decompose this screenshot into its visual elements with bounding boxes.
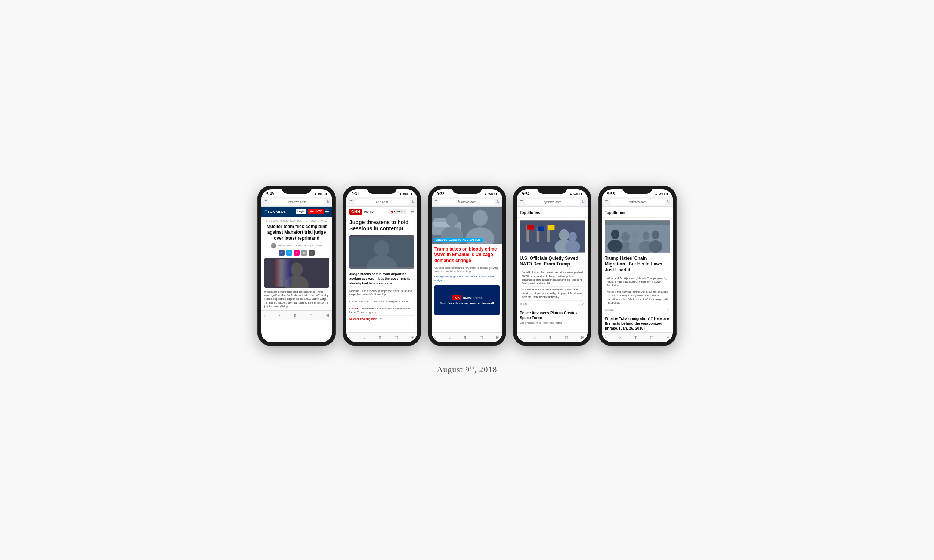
tabs-icon-5[interactable]: ⊞ bbox=[666, 335, 670, 340]
tabs-icon[interactable]: ⊞ bbox=[325, 313, 329, 318]
bookmarks-icon-2[interactable]: □ bbox=[395, 335, 398, 340]
menu-icon-1[interactable]: ☰ bbox=[264, 200, 268, 204]
signal-icon-3: ▲ bbox=[484, 192, 487, 195]
menu-icon-4[interactable]: ☰ bbox=[520, 200, 523, 204]
bookmarks-icon-5[interactable]: □ bbox=[650, 335, 653, 340]
facebook-icon[interactable]: f bbox=[279, 250, 285, 256]
url-2[interactable]: cnn.com bbox=[354, 199, 410, 205]
cnn-sub1[interactable]: Judge blocks admin from deporting asylum… bbox=[349, 272, 414, 286]
cnn-sub5[interactable]: Mueller Investigation ▼ bbox=[349, 316, 414, 323]
cnn-home-link[interactable]: Home bbox=[364, 210, 374, 214]
nyt-body-5: Trump Hates 'Chain Migration.' But His I… bbox=[602, 218, 673, 332]
share-icon-3[interactable]: ⬆ bbox=[463, 335, 467, 340]
share-icon-nav-5[interactable]: ⬆ bbox=[633, 335, 637, 340]
share-icon-2[interactable]: ⬆ bbox=[378, 335, 382, 340]
nyt-meta-4: 4h ago ↗ bbox=[520, 302, 585, 306]
tabs-icon-3[interactable]: ⊞ bbox=[496, 335, 499, 340]
nyt-header-4: Top Stories bbox=[517, 207, 588, 218]
signal-icon-5: ▲ bbox=[655, 192, 658, 195]
fox2-advertisement[interactable]: FOX NEWS channel Your favorite shows, no… bbox=[435, 285, 499, 315]
svg-point-13 bbox=[446, 213, 458, 227]
fox2-badge: 'ABSOLUTE AND TOTAL DISASTER' bbox=[434, 238, 483, 242]
nyt-headline-5[interactable]: Trump Hates 'Chain Migration.' But His I… bbox=[605, 256, 670, 273]
svg-point-38 bbox=[611, 229, 619, 239]
wifi-icon-4: WiFi bbox=[573, 192, 580, 195]
reload-icon-2[interactable]: ↻ bbox=[412, 200, 414, 204]
cnn-sub3[interactable]: Cuomo calls out Trump's anti-immigrant s… bbox=[349, 298, 414, 305]
nyt-headline-4[interactable]: U.S. Officials Quietly Saved NATO Deal F… bbox=[520, 256, 585, 267]
back-icon[interactable]: ‹ bbox=[264, 313, 266, 318]
nyt-sub-headline-5[interactable]: What is "chain migration"? Here are the … bbox=[605, 316, 670, 331]
fox-article-text: Prosecutors in the federal court case ag… bbox=[264, 290, 329, 308]
menu-icon-3[interactable]: ☰ bbox=[435, 200, 438, 204]
nyt-sub-headline-4[interactable]: Pence Advances Plan to Create a Space Fo… bbox=[520, 311, 585, 320]
status-icons-5: ▲ WiFi ▮ bbox=[655, 192, 667, 195]
bookmarks-icon[interactable]: □ bbox=[310, 313, 312, 318]
twitter-icon[interactable]: t bbox=[286, 250, 292, 256]
fox-header: F FOX NEWS Login Watch TV ☰ bbox=[261, 207, 332, 217]
flipboard-icon[interactable]: f bbox=[294, 250, 300, 256]
svg-rect-3 bbox=[274, 259, 291, 286]
time-5: 9:55 bbox=[607, 192, 615, 196]
browser-bar-4[interactable]: ☰ nytimes.com ↻ bbox=[517, 197, 588, 207]
battery-icon: ▮ bbox=[325, 192, 327, 195]
forward-icon-2[interactable]: › bbox=[364, 335, 365, 340]
back-icon-2[interactable]: ‹ bbox=[349, 335, 351, 340]
reload-icon-4[interactable]: ↻ bbox=[582, 200, 585, 204]
email-icon[interactable]: @ bbox=[301, 250, 307, 256]
fox-menu-icon[interactable]: ☰ bbox=[325, 209, 329, 214]
browser-bar-5[interactable]: ☰ nytimes.com ↻ bbox=[602, 197, 673, 207]
bookmarks-icon-4[interactable]: □ bbox=[565, 335, 568, 340]
cnn-headline[interactable]: Judge threatens to hold Sessions in cont… bbox=[349, 219, 414, 232]
menu-icon-5[interactable]: ☰ bbox=[605, 200, 608, 204]
fox-watch-button[interactable]: Watch TV bbox=[308, 209, 324, 214]
share-icon-nav-4[interactable]: ⬆ bbox=[549, 335, 552, 340]
url-1[interactable]: foxnews.com bbox=[269, 199, 325, 205]
fox-ad-logo: FOX bbox=[452, 295, 461, 300]
url-3[interactable]: foxnews.com bbox=[439, 199, 495, 205]
reload-icon-1[interactable]: ↻ bbox=[326, 200, 329, 204]
url-5[interactable]: nytimes.com bbox=[610, 199, 665, 205]
phone-5: 9:55 ▲ WiFi ▮ ☰ nytimes.com ↻ Top Storie… bbox=[598, 186, 677, 346]
nyt-bullet-5-2: Asked if the Knavses, formerly of Sloven… bbox=[605, 289, 670, 306]
battery-icon-4: ▮ bbox=[581, 192, 583, 195]
forward-icon-3[interactable]: › bbox=[449, 335, 450, 340]
browser-bar-3[interactable]: ☰ foxnews.com ↻ bbox=[432, 197, 502, 207]
forward-icon-4[interactable]: › bbox=[534, 335, 536, 340]
menu-icon-2[interactable]: ☰ bbox=[349, 200, 353, 204]
fox-headline[interactable]: Mueller team files complaint against Man… bbox=[264, 224, 329, 242]
share-icon-4[interactable]: ↗ bbox=[582, 302, 585, 306]
svg-point-32 bbox=[632, 230, 639, 239]
browser-bar-2[interactable]: ☰ cnn.com ↻ bbox=[346, 197, 417, 207]
notch-2 bbox=[367, 186, 397, 194]
fox2-headline[interactable]: Trump takes on bloody crime wave in Eman… bbox=[435, 246, 499, 264]
fox-login-button[interactable]: Login bbox=[296, 209, 306, 214]
fox2-sublink1[interactable]: Chicago shootings spark calls for Rahm E… bbox=[435, 275, 499, 282]
tabs-icon-2[interactable]: ⊞ bbox=[411, 335, 414, 340]
url-4[interactable]: nytimes.com bbox=[524, 199, 580, 205]
share-icon-5[interactable]: ↗ bbox=[667, 308, 670, 311]
cnn-sub4[interactable]: Opinion: Guatemala's corruption should b… bbox=[349, 305, 414, 316]
print-icon[interactable]: p bbox=[308, 250, 314, 256]
browser-bar-1[interactable]: ☰ foxnews.com ↻ bbox=[261, 197, 332, 207]
back-icon-5[interactable]: ‹ bbox=[605, 335, 606, 340]
cnn-livetv-button[interactable]: Live TV bbox=[389, 209, 407, 214]
reload-icon-3[interactable]: ↻ bbox=[496, 200, 499, 204]
back-icon-4[interactable]: ‹ bbox=[520, 335, 521, 340]
phone-4: 9:54 ▲ WiFi ▮ ☰ nytimes.com ↻ Top Storie… bbox=[513, 186, 592, 346]
battery-icon-5: ▮ bbox=[666, 192, 667, 195]
share-icon[interactable]: ⬆ bbox=[293, 313, 297, 318]
tabs-icon-4[interactable]: ⊞ bbox=[581, 335, 585, 340]
forward-icon[interactable]: › bbox=[279, 313, 280, 318]
cnn-menu-icon[interactable]: ☰ bbox=[410, 209, 414, 214]
cnn-body: Judge threatens to hold Sessions in cont… bbox=[346, 217, 417, 332]
forward-icon-5[interactable]: › bbox=[620, 335, 621, 340]
date-caption: August 9th, 2018 bbox=[437, 365, 497, 374]
bookmarks-icon-3[interactable]: □ bbox=[480, 335, 483, 340]
cnn-sub2[interactable]: Melania Trump used visa opposed by her h… bbox=[349, 288, 414, 298]
opinion-label: Opinion: bbox=[349, 307, 361, 310]
back-icon-3[interactable]: ‹ bbox=[435, 335, 436, 340]
signal-icon-4: ▲ bbox=[569, 192, 572, 195]
fox2-body: Trump takes on bloody crime wave in Eman… bbox=[432, 244, 502, 332]
reload-icon-5[interactable]: ↻ bbox=[667, 200, 670, 204]
